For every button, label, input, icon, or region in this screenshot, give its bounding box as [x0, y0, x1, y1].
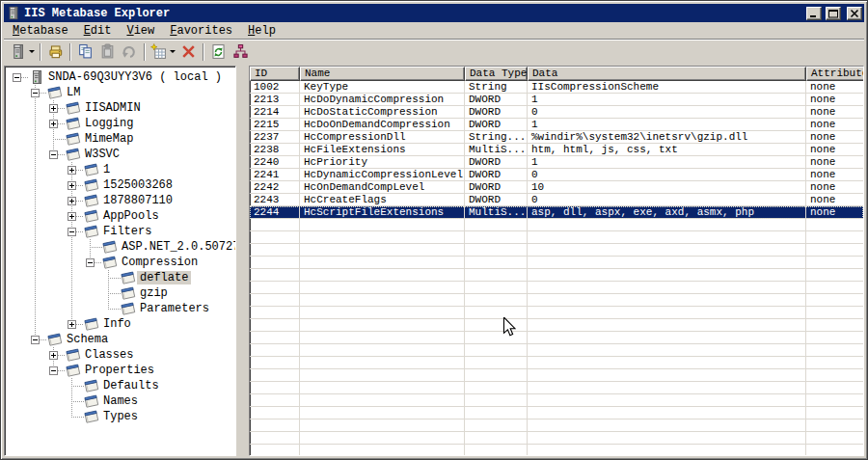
- table-row-2244[interactable]: 2244HcScriptFileExtensionsMultiS...asp, …: [250, 206, 863, 219]
- column-header-data-type[interactable]: Data Type: [465, 67, 528, 81]
- tree-item-names: Names: [5, 393, 235, 409]
- tree-item-label[interactable]: SNDA-69Q3UYY3V6 ( local ): [45, 70, 225, 84]
- column-header-attributes[interactable]: Attributes: [806, 67, 863, 81]
- expand-toggle-icon[interactable]: [49, 120, 58, 128]
- copy-button[interactable]: [74, 41, 96, 63]
- connect-server-button[interactable]: [8, 41, 37, 63]
- expand-toggle-icon[interactable]: [68, 166, 76, 175]
- dropdown-arrow-icon[interactable]: [29, 50, 35, 53]
- table-row-2240[interactable]: 2240HcPriorityDWORD1none: [250, 156, 863, 169]
- tree-item-label[interactable]: deflate: [137, 271, 191, 284]
- collapse-toggle-icon[interactable]: [31, 336, 40, 344]
- tree-item-label[interactable]: MimeMap: [82, 132, 136, 146]
- empty-cell: [528, 357, 806, 369]
- column-header-name[interactable]: Name: [300, 67, 465, 81]
- tree-item-label[interactable]: Defaults: [100, 379, 162, 392]
- table-row-2242[interactable]: 2242HcOnDemandCompLevelDWORD10none: [250, 181, 863, 194]
- table-row-2215[interactable]: 2215HcDoOnDemandCompressionDWORD1none: [250, 119, 863, 131]
- tree-item-label[interactable]: IISADMIN: [82, 101, 144, 115]
- empty-cell: [250, 419, 300, 432]
- new-key-button[interactable]: [149, 41, 177, 63]
- tree-view-button[interactable]: [230, 41, 252, 63]
- expand-toggle-icon[interactable]: [68, 212, 76, 221]
- minimize-button[interactable]: [806, 7, 822, 20]
- menu-view[interactable]: View: [119, 23, 162, 39]
- collapse-toggle-icon[interactable]: [49, 150, 58, 159]
- tree-connector: [58, 355, 66, 356]
- cell-data-type: DWORD: [465, 119, 528, 131]
- splitter[interactable]: [236, 66, 249, 456]
- menu-help[interactable]: Help: [240, 23, 284, 39]
- tree-item-label[interactable]: Properties: [82, 364, 157, 377]
- collapse-toggle-icon[interactable]: [31, 89, 40, 97]
- menu-metabase[interactable]: Metabase: [5, 23, 76, 39]
- tree-item-label[interactable]: Names: [100, 394, 141, 408]
- tree-item-label[interactable]: 1878807110: [100, 194, 176, 207]
- menu-favorites[interactable]: Favorites: [162, 23, 240, 39]
- expand-toggle-icon[interactable]: [68, 197, 76, 205]
- empty-cell: [528, 332, 806, 344]
- collapse-toggle-icon[interactable]: [68, 228, 76, 236]
- empty-cell: [528, 294, 806, 307]
- column-header-id[interactable]: ID: [250, 67, 300, 81]
- connect-server-icon: [10, 43, 26, 60]
- tree-item-label[interactable]: Compression: [119, 256, 201, 269]
- tree-item-label[interactable]: 1: [100, 163, 113, 176]
- list-body: 1002KeyTypeStringIIsCompressionSchemenon…: [250, 81, 863, 455]
- tree-item-label[interactable]: Schema: [64, 333, 111, 346]
- tree-item-label[interactable]: Types: [100, 410, 141, 423]
- key-icon: [66, 347, 81, 363]
- tree-item-label[interactable]: AppPools: [100, 209, 162, 223]
- tree-item-label[interactable]: Filters: [100, 225, 154, 238]
- tree-connector: [90, 247, 102, 248]
- empty-cell: [806, 257, 863, 269]
- empty-cell: [528, 394, 806, 407]
- empty-cell: [250, 257, 300, 269]
- collapse-toggle-icon[interactable]: [49, 366, 58, 375]
- printer-button[interactable]: [44, 41, 67, 63]
- tree-item-label[interactable]: Logging: [82, 117, 136, 130]
- menu-edit[interactable]: Edit: [76, 23, 120, 39]
- tree-guide-line: [71, 409, 72, 417]
- tree-item-label[interactable]: ASP.NET_2.0.50727.0: [119, 240, 236, 254]
- collapse-toggle-icon[interactable]: [86, 258, 95, 267]
- collapse-toggle-icon[interactable]: [13, 73, 21, 82]
- cell-data: 0: [528, 169, 806, 181]
- table-row-2238[interactable]: 2238HcFileExtensionsMultiS...htm, html, …: [250, 144, 863, 156]
- table-empty-row: [250, 382, 863, 394]
- expand-toggle-icon[interactable]: [68, 320, 76, 329]
- empty-cell: [528, 219, 806, 231]
- column-header-data[interactable]: Data: [528, 67, 806, 81]
- expand-toggle-icon[interactable]: [49, 351, 58, 360]
- tree-item-label[interactable]: 1525003268: [100, 178, 176, 192]
- tree-item-label[interactable]: LM: [64, 86, 83, 99]
- toolbar-separator: [203, 43, 204, 61]
- table-row-2214[interactable]: 2214HcDoStaticCompressionDWORD0none: [250, 106, 863, 119]
- table-row-2237[interactable]: 2237HcCompressionDllString...%windir%\sy…: [250, 131, 863, 144]
- empty-cell: [300, 294, 465, 307]
- close-button[interactable]: [847, 7, 862, 20]
- cell-id: 2214: [250, 106, 300, 119]
- expand-toggle-icon[interactable]: [68, 181, 76, 190]
- delete-button[interactable]: [177, 41, 200, 63]
- dropdown-arrow-icon[interactable]: [170, 50, 176, 53]
- table-row-2243[interactable]: 2243HcCreateFlagsDWORD0none: [250, 194, 863, 206]
- tree-item-label[interactable]: gzip: [137, 286, 171, 300]
- cell-name: HcFileExtensions: [300, 144, 465, 156]
- empty-cell: [250, 294, 300, 307]
- empty-cell: [806, 432, 863, 445]
- empty-cell: [528, 407, 806, 419]
- refresh-button[interactable]: [207, 41, 230, 63]
- table-row-2241[interactable]: 2241HcDynamicCompressionLevelDWORD0none: [250, 169, 863, 181]
- expand-toggle-icon[interactable]: [49, 104, 58, 113]
- table-row-1002[interactable]: 1002KeyTypeStringIIsCompressionSchemenon…: [250, 81, 863, 94]
- tree-connector: [76, 185, 84, 186]
- tree-item-label[interactable]: W3SVC: [82, 148, 122, 161]
- cell-attributes: none: [806, 169, 863, 181]
- tree-item-label[interactable]: Parameters: [137, 302, 212, 315]
- tree-item-label[interactable]: Classes: [82, 348, 136, 362]
- maximize-button[interactable]: [826, 7, 841, 20]
- table-row-2213[interactable]: 2213HcDoDynamicCompressionDWORD1none: [250, 94, 863, 106]
- tree-item-label[interactable]: Info: [100, 317, 134, 331]
- table-empty-row: [250, 219, 863, 231]
